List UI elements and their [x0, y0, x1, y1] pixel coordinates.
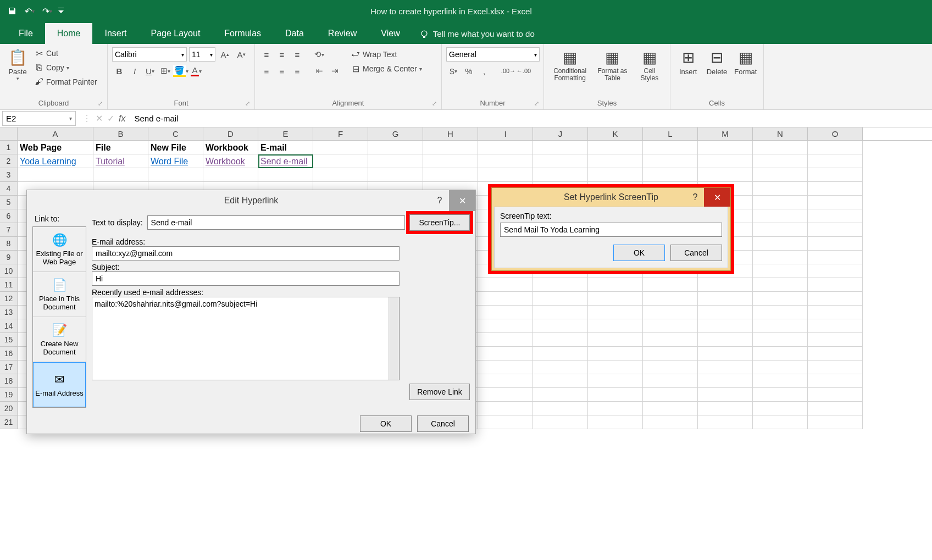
cell[interactable]: [313, 168, 368, 182]
cell[interactable]: [753, 333, 808, 347]
cell[interactable]: [808, 402, 863, 415]
cell[interactable]: [753, 361, 808, 374]
cell[interactable]: [753, 154, 808, 168]
row-header[interactable]: 6: [0, 209, 18, 223]
align-middle-icon[interactable]: ≡: [275, 47, 289, 62]
cell[interactable]: [588, 415, 643, 429]
cell[interactable]: [808, 168, 863, 182]
cell[interactable]: [643, 141, 698, 154]
cell[interactable]: [588, 306, 643, 319]
cell[interactable]: [753, 402, 808, 415]
cell[interactable]: [698, 292, 753, 306]
cell[interactable]: [478, 292, 533, 306]
cell[interactable]: [643, 306, 698, 319]
dialog-ok-button[interactable]: OK: [360, 415, 412, 432]
cell[interactable]: [698, 168, 753, 182]
cell[interactable]: [148, 168, 203, 182]
cell[interactable]: [808, 319, 863, 333]
cell[interactable]: [698, 278, 753, 292]
increase-decimal-icon[interactable]: .00→: [501, 64, 515, 78]
cell[interactable]: [643, 374, 698, 388]
cell[interactable]: [258, 168, 313, 182]
cell[interactable]: [808, 141, 863, 154]
row-header[interactable]: 21: [0, 415, 18, 429]
cell[interactable]: [368, 141, 423, 154]
cell[interactable]: [698, 402, 753, 415]
cell[interactable]: [533, 154, 588, 168]
subject-input[interactable]: [92, 271, 400, 286]
row-header[interactable]: 19: [0, 388, 18, 402]
cell[interactable]: [313, 141, 368, 154]
decrease-font-icon[interactable]: A▾: [234, 47, 248, 62]
row-header[interactable]: 4: [0, 182, 18, 196]
cell[interactable]: [533, 141, 588, 154]
email-address-input[interactable]: [92, 246, 400, 260]
cell[interactable]: [753, 347, 808, 361]
cell[interactable]: [808, 278, 863, 292]
cell[interactable]: [753, 415, 808, 429]
col-header[interactable]: C: [148, 127, 203, 140]
cell[interactable]: [808, 333, 863, 347]
orientation-icon[interactable]: ⟲: [312, 47, 326, 62]
linkto-existing-file[interactable]: 🌐Existing File or Web Page: [33, 227, 86, 272]
underline-button[interactable]: U: [143, 64, 157, 78]
merge-center-button[interactable]: ⊟Merge & Center: [348, 62, 424, 76]
copy-button[interactable]: ⎘Copy: [32, 60, 99, 75]
align-left-icon[interactable]: ≡: [259, 64, 274, 78]
tab-home[interactable]: Home: [45, 23, 93, 44]
cell[interactable]: [753, 209, 808, 223]
format-as-table-button[interactable]: ▦Format as Table: [594, 46, 630, 84]
row-header[interactable]: 16: [0, 347, 18, 361]
cell[interactable]: [588, 319, 643, 333]
cell[interactable]: [533, 278, 588, 292]
row-header[interactable]: 20: [0, 402, 18, 415]
remove-link-button[interactable]: Remove Link: [409, 384, 470, 400]
cell[interactable]: [753, 306, 808, 319]
col-header[interactable]: J: [533, 127, 588, 140]
number-format-select[interactable]: General▾: [446, 47, 540, 62]
screentip-cancel-button[interactable]: Cancel: [670, 245, 722, 261]
cell[interactable]: [808, 361, 863, 374]
increase-font-icon[interactable]: A▴: [218, 47, 232, 62]
cell[interactable]: [533, 388, 588, 402]
cell[interactable]: [368, 154, 423, 168]
border-button[interactable]: ⊞: [158, 64, 173, 78]
cell[interactable]: [753, 251, 808, 264]
cell[interactable]: [533, 333, 588, 347]
cell[interactable]: [478, 347, 533, 361]
tab-page-layout[interactable]: Page Layout: [138, 23, 212, 44]
cell[interactable]: Workbook: [203, 141, 258, 154]
tab-formulas[interactable]: Formulas: [212, 23, 273, 44]
format-painter-button[interactable]: 🖌Format Painter: [32, 75, 99, 89]
col-header[interactable]: G: [368, 127, 423, 140]
cut-button[interactable]: ✂Cut: [32, 46, 99, 60]
tab-file[interactable]: File: [7, 23, 45, 44]
cell[interactable]: [808, 223, 863, 237]
cell[interactable]: [808, 347, 863, 361]
cell[interactable]: [643, 292, 698, 306]
cell[interactable]: [643, 361, 698, 374]
cell[interactable]: [478, 306, 533, 319]
row-header[interactable]: 13: [0, 306, 18, 319]
cell[interactable]: [698, 374, 753, 388]
cell[interactable]: [423, 154, 478, 168]
linkto-create-new[interactable]: 📝Create New Document: [33, 317, 86, 362]
cell[interactable]: [588, 388, 643, 402]
screentip-help-icon[interactable]: ?: [686, 188, 704, 207]
font-launcher-icon[interactable]: ⤢: [245, 100, 250, 107]
dialog-close-icon[interactable]: ✕: [449, 190, 475, 211]
format-cells-button[interactable]: ▦Format: [731, 46, 760, 78]
cell[interactable]: [423, 168, 478, 182]
row-header[interactable]: 18: [0, 374, 18, 388]
cell[interactable]: [808, 415, 863, 429]
fx-icon[interactable]: fx: [119, 114, 125, 124]
cell[interactable]: Yoda Learning: [18, 154, 93, 168]
text-to-display-input[interactable]: [147, 215, 405, 230]
cell[interactable]: [533, 168, 588, 182]
row-header[interactable]: 14: [0, 319, 18, 333]
align-right-icon[interactable]: ≡: [290, 64, 304, 78]
cell[interactable]: [478, 402, 533, 415]
cell[interactable]: [588, 292, 643, 306]
row-header[interactable]: 10: [0, 264, 18, 278]
cell[interactable]: [753, 264, 808, 278]
